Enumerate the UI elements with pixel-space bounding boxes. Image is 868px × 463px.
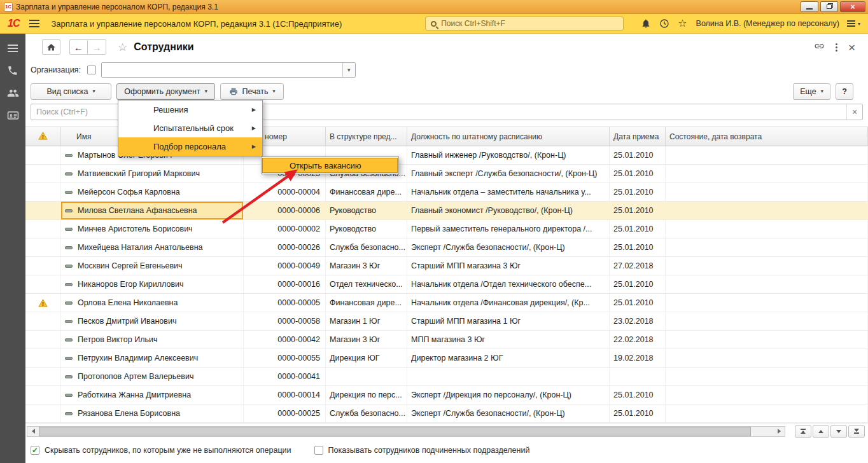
scroll-left-icon[interactable] [27, 427, 39, 436]
cell-name[interactable]: Мейерсон Софья Карловна [61, 183, 244, 201]
cell-unit[interactable]: Служба безопасно... [326, 238, 407, 256]
row-status-cell[interactable] [25, 275, 61, 293]
scrollbar-thumb[interactable] [39, 427, 751, 436]
cell-name[interactable]: Москвин Сергей Евгеньевич [61, 257, 244, 275]
show-subordinate-checkbox[interactable] [314, 446, 323, 455]
cell-unit[interactable]: Дирекция по перс... [326, 386, 407, 404]
employees-icon[interactable] [6, 86, 19, 99]
cell-unit[interactable]: Магазин 1 Юг [326, 312, 407, 330]
cell-position[interactable]: Главный экономист /Руководство/, (Крон-Ц… [407, 202, 610, 219]
scroll-up-button[interactable] [813, 425, 829, 438]
row-status-cell[interactable] [25, 368, 61, 385]
clear-search-icon[interactable]: × [846, 104, 862, 120]
cell-position[interactable]: Старший МПП магазина 1 Юг [407, 312, 610, 330]
row-status-cell[interactable] [25, 257, 61, 275]
warning-column-header[interactable]: ! [25, 127, 61, 146]
cell-name[interactable]: Милова Светлана Афанасьевна [61, 202, 244, 219]
cell-state[interactable] [666, 183, 868, 201]
row-status-cell[interactable]: ! [25, 294, 61, 312]
cell-unit[interactable]: Служба безопасно... [326, 404, 407, 422]
cell-hire-date[interactable]: 23.02.2018 [610, 312, 666, 330]
organization-combobox[interactable]: ▾ [101, 62, 356, 78]
cell-number[interactable]: 0000-00016 [244, 275, 326, 293]
cell-number[interactable]: 0000-00004 [244, 183, 326, 201]
row-status-cell[interactable] [25, 349, 61, 367]
horizontal-scrollbar[interactable] [27, 426, 785, 437]
cell-position[interactable]: Директор магазина 2 ЮГ [407, 349, 610, 367]
go-to-bottom-button[interactable] [848, 425, 865, 438]
cell-unit[interactable]: Магазин 3 Юг [326, 331, 407, 349]
combo-dropdown-icon[interactable]: ▾ [342, 63, 355, 77]
scroll-down-button[interactable] [830, 425, 847, 438]
cell-hire-date[interactable]: 25.01.2010 [610, 183, 666, 201]
cell-name[interactable]: Петрухин Владимир Алексеевич [61, 349, 244, 367]
cell-number[interactable]: 0000-00026 [244, 238, 326, 256]
cell-state[interactable] [666, 349, 868, 367]
cell-state[interactable] [666, 404, 868, 422]
phone-icon[interactable] [6, 64, 19, 77]
cell-unit[interactable]: Отдел техническо... [326, 275, 407, 293]
main-menu-icon[interactable] [29, 20, 39, 27]
column-header-unit[interactable]: В структуре пред... [326, 127, 407, 146]
row-status-cell[interactable] [25, 312, 61, 330]
cell-number[interactable]: 0000-00042 [244, 331, 326, 349]
table-row[interactable]: Петров Виктор Ильич0000-00042Магазин 3 Ю… [25, 331, 868, 349]
cell-number[interactable]: 0000-00049 [244, 257, 326, 275]
cell-unit[interactable]: Финансовая дире... [326, 294, 407, 312]
help-button[interactable]: ? [836, 83, 853, 100]
table-row[interactable]: !Орлова Елена Николаевна0000-00005Финанс… [25, 294, 868, 312]
cell-unit[interactable]: Финансовая дире... [326, 183, 407, 201]
cell-position[interactable]: Начальник отдела /Финансовая дирекция/, … [407, 294, 610, 312]
cell-name[interactable]: Михейцева Наталия Анатольевна [61, 238, 244, 256]
row-status-cell[interactable] [25, 202, 61, 219]
column-header-hired[interactable]: Дата приема [610, 127, 666, 146]
row-status-cell[interactable] [25, 386, 61, 404]
cell-hire-date[interactable]: 25.01.2010 [610, 238, 666, 256]
row-status-cell[interactable] [25, 404, 61, 422]
organization-input[interactable] [102, 63, 342, 77]
view-list-button[interactable]: Вид списка▾ [31, 83, 111, 100]
forward-button[interactable]: → [88, 39, 106, 55]
close-form-icon[interactable]: × [848, 41, 855, 53]
cell-unit[interactable]: Дирекция ЮГ [326, 349, 407, 367]
cell-state[interactable] [666, 257, 868, 275]
cell-number[interactable]: 0000-00014 [244, 386, 326, 404]
cell-unit[interactable] [326, 368, 407, 385]
notifications-bell-icon[interactable] [641, 18, 651, 29]
cell-state[interactable] [666, 312, 868, 330]
cell-name[interactable]: Никаноров Егор Кириллович [61, 275, 244, 293]
table-row[interactable]: Протопопов Артем Валерьевич0000-00041 [25, 368, 868, 386]
cell-position[interactable]: Эксперт /Служба безопасности/, (Крон-Ц) [407, 404, 610, 422]
cell-hire-date[interactable] [610, 368, 666, 385]
cell-name[interactable]: Рязанова Елена Борисовна [61, 404, 244, 422]
cell-state[interactable] [666, 202, 868, 219]
current-user[interactable]: Волина И.В. (Менеджер по персоналу) [696, 19, 839, 28]
cell-hire-date[interactable]: 22.02.2018 [610, 331, 666, 349]
cell-name[interactable]: Матвиевский Григорий Маркович [61, 165, 244, 183]
cell-state[interactable] [666, 165, 868, 183]
table-row[interactable]: Мейерсон Софья Карловна0000-00004Финансо… [25, 183, 868, 202]
column-header-position[interactable]: Должность по штатному расписанию [407, 127, 610, 146]
cell-number[interactable]: 0000-00002 [244, 220, 326, 238]
get-link-icon[interactable] [814, 41, 825, 54]
menu-item-2[interactable]: Испытательный срок▶ [118, 119, 262, 137]
cell-state[interactable] [666, 386, 868, 404]
cell-position[interactable]: Эксперт /Служба безопасности/, (Крон-Ц) [407, 238, 610, 256]
cell-state[interactable] [666, 220, 868, 238]
kebab-menu-icon[interactable] [836, 43, 837, 52]
cell-position[interactable] [407, 368, 610, 385]
sidebar-menu-icon[interactable] [6, 42, 19, 55]
menu-item-1[interactable]: Решения▶ [118, 100, 262, 119]
cell-name[interactable]: Петров Виктор Ильич [61, 331, 244, 349]
table-row[interactable]: Никаноров Егор Кириллович0000-00016Отдел… [25, 275, 868, 294]
cell-hire-date[interactable]: 25.01.2010 [610, 294, 666, 312]
cell-number[interactable]: 0000-00055 [244, 349, 326, 367]
table-row[interactable]: Милова Светлана Афанасьевна0000-00006Рук… [25, 202, 868, 220]
service-menu-icon[interactable]: ▾ [847, 20, 860, 27]
cell-position[interactable]: Начальник отдела – заместитель начальник… [407, 183, 610, 201]
page-favorite-star-icon[interactable]: ☆ [118, 41, 127, 54]
row-status-cell[interactable] [25, 220, 61, 238]
row-status-cell[interactable] [25, 331, 61, 349]
table-row[interactable]: Минчев Аристотель Борисович0000-00002Рук… [25, 220, 868, 238]
organization-checkbox[interactable] [87, 66, 96, 74]
